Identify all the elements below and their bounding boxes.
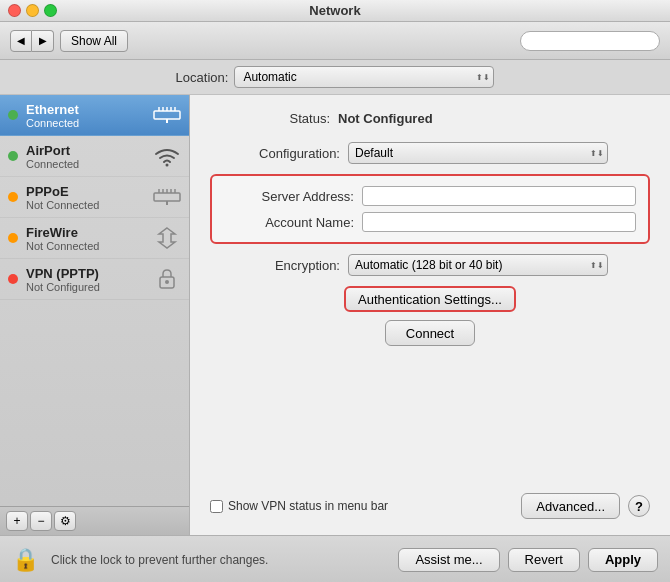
sidebar-item-name-vpn: VPN (PPTP) (26, 266, 145, 281)
search-input[interactable] (520, 31, 660, 51)
main-content: Ethernet Connected (0, 95, 670, 535)
sidebar-item-name-pppoe: PPPoE (26, 184, 145, 199)
sidebar-item-firewire[interactable]: FireWire Not Connected (0, 218, 189, 259)
sidebar-item-text-pppoe: PPPoE Not Connected (26, 184, 145, 211)
show-vpn-checkbox-row: Show VPN status in menu bar (210, 499, 388, 513)
credentials-form-box: Server Address: Account Name: (210, 174, 650, 244)
lock-text: Click the lock to prevent further change… (51, 553, 390, 567)
titlebar: Network (0, 0, 670, 22)
status-row: Status: Not Configured (210, 111, 650, 126)
status-dot-airport (8, 151, 18, 161)
gear-button[interactable]: ⚙ (54, 511, 76, 531)
auth-settings-button[interactable]: Authentication Settings... (344, 286, 516, 312)
sidebar-item-status-airport: Connected (26, 158, 145, 170)
location-select[interactable]: Automatic (234, 66, 494, 88)
server-address-label: Server Address: (224, 189, 354, 204)
encryption-row: Encryption: Automatic (128 bit or 40 bit… (210, 254, 650, 276)
sidebar-item-text-airport: AirPort Connected (26, 143, 145, 170)
sidebar-item-name-firewire: FireWire (26, 225, 145, 240)
sidebar: Ethernet Connected (0, 95, 190, 535)
connect-button[interactable]: Connect (385, 320, 475, 346)
toolbar: ◀ ▶ Show All (0, 22, 670, 60)
ethernet-icon (153, 101, 181, 129)
location-label: Location: (176, 70, 229, 85)
footer: 🔒 Click the lock to prevent further chan… (0, 535, 670, 582)
svg-rect-8 (154, 193, 180, 201)
right-panel: Status: Not Configured Configuration: De… (190, 95, 670, 535)
nav-arrows: ◀ ▶ (10, 30, 54, 52)
sidebar-item-vpn[interactable]: VPN (PPTP) Not Configured (0, 259, 189, 300)
sidebar-item-status-vpn: Not Configured (26, 281, 145, 293)
forward-button[interactable]: ▶ (32, 30, 54, 52)
sidebar-item-name-ethernet: Ethernet (26, 102, 145, 117)
show-vpn-checkbox[interactable] (210, 500, 223, 513)
encryption-select-wrapper: Automatic (128 bit or 40 bit) (348, 254, 608, 276)
close-button[interactable] (8, 4, 21, 17)
status-dot-pppoe (8, 192, 18, 202)
sidebar-item-pppoe[interactable]: PPPoE Not Connected (0, 177, 189, 218)
back-button[interactable]: ◀ (10, 30, 32, 52)
minimize-button[interactable] (26, 4, 39, 17)
traffic-lights (8, 4, 57, 17)
revert-button[interactable]: Revert (508, 548, 580, 572)
show-vpn-label: Show VPN status in menu bar (228, 499, 388, 513)
pppoe-icon (153, 183, 181, 211)
account-name-row: Account Name: (224, 212, 636, 232)
zoom-button[interactable] (44, 4, 57, 17)
sidebar-item-text-vpn: VPN (PPTP) Not Configured (26, 266, 145, 293)
encryption-label: Encryption: (210, 258, 340, 273)
svg-rect-0 (154, 111, 180, 119)
apply-button[interactable]: Apply (588, 548, 658, 572)
server-address-row: Server Address: (224, 186, 636, 206)
show-all-button[interactable]: Show All (60, 30, 128, 52)
sidebar-item-status-firewire: Not Connected (26, 240, 145, 252)
sidebar-item-text-firewire: FireWire Not Connected (26, 225, 145, 252)
svg-point-16 (165, 280, 169, 284)
status-value: Not Configured (338, 111, 433, 126)
status-dot-vpn (8, 274, 18, 284)
status-dot-firewire (8, 233, 18, 243)
window-title: Network (309, 3, 360, 18)
firewire-icon (153, 224, 181, 252)
remove-network-button[interactable]: − (30, 511, 52, 531)
connect-row: Connect (210, 320, 650, 346)
sidebar-item-text-ethernet: Ethernet Connected (26, 102, 145, 129)
sidebar-item-name-airport: AirPort (26, 143, 145, 158)
configuration-label: Configuration: (210, 146, 340, 161)
account-name-label: Account Name: (224, 215, 354, 230)
configuration-select-wrapper: Default (348, 142, 608, 164)
status-dot-ethernet (8, 110, 18, 120)
sidebar-toolbar: + − ⚙ (0, 506, 189, 535)
advanced-button[interactable]: Advanced... (521, 493, 620, 519)
vpn-lock-icon (153, 265, 181, 293)
sidebar-item-airport[interactable]: AirPort Connected (0, 136, 189, 177)
configuration-row: Configuration: Default (210, 142, 650, 164)
add-network-button[interactable]: + (6, 511, 28, 531)
location-bar: Location: Automatic (0, 60, 670, 95)
lock-icon[interactable]: 🔒 (12, 547, 39, 573)
server-address-input[interactable] (362, 186, 636, 206)
location-select-wrapper: Automatic (234, 66, 494, 88)
sidebar-item-ethernet[interactable]: Ethernet Connected (0, 95, 189, 136)
sidebar-content: Ethernet Connected (0, 95, 189, 506)
sidebar-item-status-ethernet: Connected (26, 117, 145, 129)
assist-me-button[interactable]: Assist me... (398, 548, 499, 572)
svg-point-7 (166, 164, 169, 167)
right-panel-bottom: Show VPN status in menu bar Advanced... … (210, 493, 650, 519)
help-button[interactable]: ? (628, 495, 650, 517)
sidebar-item-status-pppoe: Not Connected (26, 199, 145, 211)
encryption-select[interactable]: Automatic (128 bit or 40 bit) (348, 254, 608, 276)
airport-wifi-icon (153, 142, 181, 170)
configuration-select[interactable]: Default (348, 142, 608, 164)
status-label: Status: (210, 111, 330, 126)
account-name-input[interactable] (362, 212, 636, 232)
